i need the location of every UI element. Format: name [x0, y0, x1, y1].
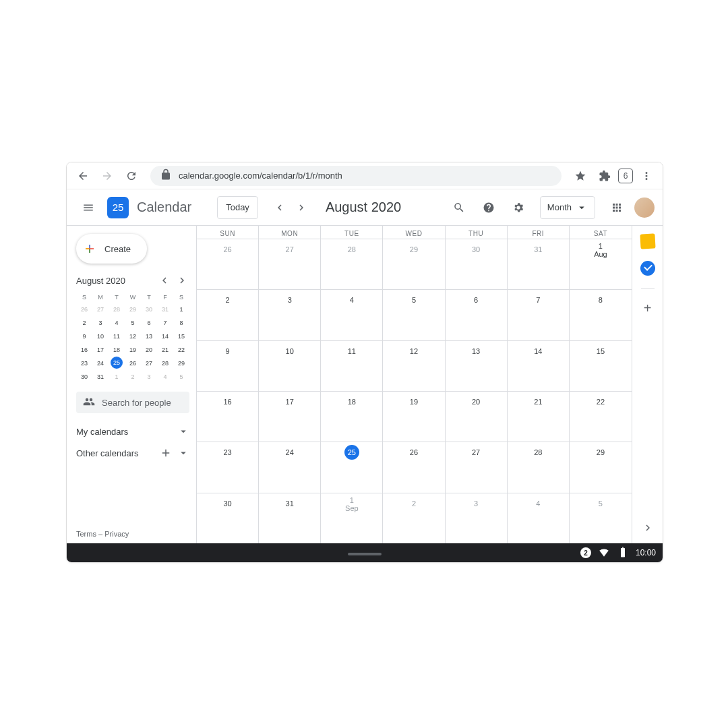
day-cell[interactable]: 26: [197, 239, 259, 289]
other-calendars-section[interactable]: Other calendars: [76, 447, 189, 459]
mini-next-button[interactable]: [175, 273, 189, 288]
day-cell[interactable]: 23: [197, 442, 259, 492]
day-cell[interactable]: 27: [446, 442, 508, 492]
add-calendar-icon[interactable]: [160, 447, 172, 459]
day-cell[interactable]: 9: [197, 341, 259, 391]
keep-icon[interactable]: [640, 233, 655, 249]
day-cell[interactable]: 16: [197, 392, 259, 442]
mini-day-cell[interactable]: 21: [157, 343, 173, 357]
mini-day-cell[interactable]: 9: [76, 330, 92, 343]
day-cell[interactable]: 5: [570, 493, 632, 543]
account-avatar[interactable]: [634, 198, 655, 218]
mini-day-cell[interactable]: 27: [141, 357, 157, 370]
notification-badge[interactable]: 2: [580, 547, 591, 558]
browser-menu[interactable]: [636, 165, 657, 187]
my-calendars-section[interactable]: My calendars: [76, 425, 189, 437]
next-month-button[interactable]: [291, 197, 312, 218]
day-cell[interactable]: 7: [508, 290, 570, 340]
day-cell[interactable]: 8: [570, 290, 632, 340]
day-cell[interactable]: 17: [259, 392, 321, 442]
mini-day-cell[interactable]: 2: [125, 370, 141, 384]
tab-count[interactable]: 6: [618, 169, 633, 183]
settings-button[interactable]: [506, 195, 530, 220]
day-cell[interactable]: 21: [508, 392, 570, 442]
mini-day-cell[interactable]: 29: [173, 357, 189, 370]
mini-day-cell[interactable]: 25: [111, 357, 123, 369]
mini-day-cell[interactable]: 30: [141, 303, 157, 316]
reload-button[interactable]: [121, 165, 142, 187]
day-cell[interactable]: 1 Aug: [570, 239, 632, 289]
view-selector[interactable]: Month: [540, 196, 595, 219]
mini-day-cell[interactable]: 10: [92, 330, 109, 343]
mini-day-cell[interactable]: 19: [125, 343, 141, 357]
day-cell[interactable]: 3: [259, 290, 321, 340]
mini-day-cell[interactable]: 1: [109, 370, 125, 384]
mini-day-cell[interactable]: 14: [157, 330, 173, 343]
mini-day-cell[interactable]: 5: [173, 370, 189, 384]
mini-day-cell[interactable]: 13: [141, 330, 157, 343]
day-cell[interactable]: 28: [321, 239, 383, 289]
day-cell[interactable]: 20: [446, 392, 508, 442]
today-button[interactable]: Today: [217, 196, 258, 219]
day-cell[interactable]: 29: [570, 442, 632, 492]
mini-day-cell[interactable]: 31: [157, 303, 173, 316]
create-button[interactable]: Create: [76, 234, 147, 264]
mini-day-cell[interactable]: 12: [125, 330, 141, 343]
add-addon-button[interactable]: +: [640, 301, 655, 315]
terms-link[interactable]: Terms: [76, 530, 96, 538]
mini-day-cell[interactable]: 18: [109, 343, 125, 357]
day-cell[interactable]: 10: [259, 341, 321, 391]
day-cell[interactable]: 25: [321, 442, 383, 492]
mini-day-cell[interactable]: 22: [173, 343, 189, 357]
back-button[interactable]: [72, 165, 94, 187]
mini-day-cell[interactable]: 1: [173, 303, 189, 316]
day-cell[interactable]: 24: [259, 442, 321, 492]
day-cell[interactable]: 31: [259, 493, 321, 543]
apps-button[interactable]: [605, 195, 629, 220]
day-cell[interactable]: 15: [570, 341, 632, 391]
day-cell[interactable]: 5: [383, 290, 445, 340]
forward-button[interactable]: [96, 165, 118, 187]
mini-day-cell[interactable]: 4: [157, 370, 173, 384]
mini-day-cell[interactable]: 17: [92, 343, 109, 357]
main-menu-button[interactable]: [75, 194, 102, 221]
tasks-icon[interactable]: [640, 261, 655, 276]
mini-day-cell[interactable]: 4: [109, 316, 125, 330]
mini-day-cell[interactable]: 20: [141, 343, 157, 357]
day-cell[interactable]: 19: [383, 392, 445, 442]
day-cell[interactable]: 4: [508, 493, 570, 543]
privacy-link[interactable]: Privacy: [104, 530, 129, 538]
mini-day-cell[interactable]: 28: [109, 303, 125, 316]
day-cell[interactable]: 31: [508, 239, 570, 289]
mini-day-cell[interactable]: 15: [173, 330, 189, 343]
day-cell[interactable]: 12: [383, 341, 445, 391]
mini-day-cell[interactable]: 3: [141, 370, 157, 384]
day-cell[interactable]: 29: [383, 239, 445, 289]
mini-day-cell[interactable]: 7: [157, 316, 173, 330]
mini-day-cell[interactable]: 6: [141, 316, 157, 330]
day-cell[interactable]: 2: [197, 290, 259, 340]
mini-day-cell[interactable]: 24: [92, 357, 109, 370]
day-cell[interactable]: 22: [570, 392, 632, 442]
prev-month-button[interactable]: [269, 197, 291, 218]
mini-day-cell[interactable]: 16: [76, 343, 92, 357]
day-cell[interactable]: 3: [446, 493, 508, 543]
day-cell[interactable]: 26: [383, 442, 445, 492]
day-cell[interactable]: 14: [508, 341, 570, 391]
mini-day-cell[interactable]: 30: [76, 370, 92, 384]
mini-day-cell[interactable]: 29: [125, 303, 141, 316]
extensions-button[interactable]: [594, 165, 615, 187]
mini-day-cell[interactable]: 28: [157, 357, 173, 370]
search-button[interactable]: [447, 195, 471, 220]
day-cell[interactable]: 13: [446, 341, 508, 391]
day-cell[interactable]: 1 Sep: [321, 493, 383, 543]
mini-day-cell[interactable]: 5: [125, 316, 141, 330]
mini-day-cell[interactable]: 26: [125, 357, 141, 370]
day-cell[interactable]: 27: [259, 239, 321, 289]
day-cell[interactable]: 6: [446, 290, 508, 340]
mini-day-cell[interactable]: 2: [76, 316, 92, 330]
bookmark-button[interactable]: [570, 165, 591, 187]
search-people-input[interactable]: Search for people: [76, 392, 189, 413]
mini-day-cell[interactable]: 11: [109, 330, 125, 343]
collapse-panel-button[interactable]: [642, 522, 654, 537]
